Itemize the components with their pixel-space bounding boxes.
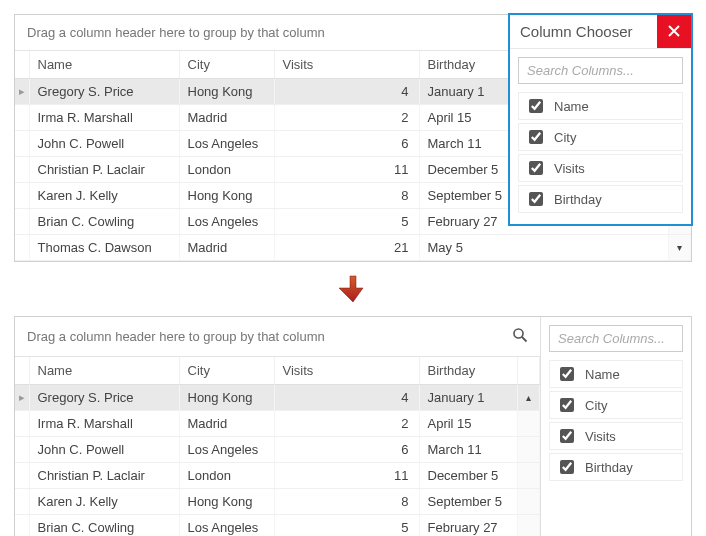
column-header-city[interactable]: City	[179, 51, 274, 79]
cell-birthday[interactable]: March 11	[419, 437, 518, 463]
cell-visits[interactable]: 8	[274, 489, 419, 515]
cell-city[interactable]: Hong Kong	[179, 79, 274, 105]
column-checkbox[interactable]	[560, 367, 574, 381]
cell-visits[interactable]: 11	[274, 157, 419, 183]
column-checkbox[interactable]	[529, 130, 543, 144]
column-checkbox[interactable]	[560, 429, 574, 443]
scroll-gutter[interactable]	[518, 385, 540, 411]
scroll-gutter[interactable]	[518, 437, 540, 463]
cell-birthday[interactable]: January 1	[419, 385, 518, 411]
cell-visits[interactable]: 2	[274, 411, 419, 437]
search-button[interactable]	[512, 327, 528, 346]
group-panel[interactable]: Drag a column header here to group by th…	[15, 317, 540, 357]
table-row[interactable]: Thomas C. DawsonMadrid21May 5	[15, 235, 691, 261]
table-row[interactable]: Karen J. KellyHong Kong8September 5	[15, 489, 540, 515]
cell-name[interactable]: John C. Powell	[29, 437, 179, 463]
cell-visits[interactable]: 4	[274, 385, 419, 411]
cell-name[interactable]: Irma R. Marshall	[29, 411, 179, 437]
cell-city[interactable]: Hong Kong	[179, 183, 274, 209]
table-row[interactable]: ▸Gregory S. PriceHong Kong4January 1	[15, 385, 540, 411]
cell-visits[interactable]: 5	[274, 515, 419, 537]
column-chooser-body: NameCityVisitsBirthday	[510, 49, 691, 224]
scroll-gutter[interactable]	[669, 235, 691, 261]
cell-birthday[interactable]: May 5	[419, 235, 669, 261]
column-chooser-item[interactable]: Birthday	[549, 453, 683, 481]
table-row[interactable]: Christian P. LaclairLondon11December 5	[15, 463, 540, 489]
cell-birthday[interactable]: September 5	[419, 489, 518, 515]
column-chooser-side-panel: NameCityVisitsBirthday	[541, 317, 691, 536]
column-chooser-item[interactable]: Name	[549, 360, 683, 388]
column-chooser-search-input[interactable]	[549, 325, 683, 352]
cell-name[interactable]: John C. Powell	[29, 131, 179, 157]
scroll-gutter[interactable]	[518, 463, 540, 489]
column-chooser-item[interactable]: Birthday	[518, 185, 683, 213]
cell-name[interactable]: Karen J. Kelly	[29, 489, 179, 515]
cell-city[interactable]: London	[179, 157, 274, 183]
table-row[interactable]: John C. PowellLos Angeles6March 11	[15, 437, 540, 463]
cell-birthday[interactable]: April 15	[419, 411, 518, 437]
cell-visits[interactable]: 6	[274, 131, 419, 157]
scroll-gutter[interactable]	[518, 515, 540, 537]
scroll-gutter[interactable]	[518, 411, 540, 437]
cell-name[interactable]: Gregory S. Price	[29, 79, 179, 105]
cell-visits[interactable]: 5	[274, 209, 419, 235]
column-header-name[interactable]: Name	[29, 51, 179, 79]
column-checkbox[interactable]	[529, 161, 543, 175]
table-row[interactable]: Brian C. CowlingLos Angeles5February 27	[15, 515, 540, 537]
column-header-city[interactable]: City	[179, 357, 274, 385]
cell-visits[interactable]: 8	[274, 183, 419, 209]
row-indicator	[15, 489, 29, 515]
column-checkbox[interactable]	[529, 192, 543, 206]
cell-city[interactable]: Los Angeles	[179, 209, 274, 235]
cell-name[interactable]: Karen J. Kelly	[29, 183, 179, 209]
column-chooser-list: NameCityVisitsBirthday	[518, 92, 683, 213]
column-header-visits[interactable]: Visits	[274, 357, 419, 385]
column-checkbox[interactable]	[529, 99, 543, 113]
cell-city[interactable]: Los Angeles	[179, 515, 274, 537]
cell-name[interactable]: Brian C. Cowling	[29, 209, 179, 235]
cell-city[interactable]: Hong Kong	[179, 489, 274, 515]
cell-visits[interactable]: 4	[274, 79, 419, 105]
cell-name[interactable]: Christian P. Laclair	[29, 157, 179, 183]
column-label: Name	[554, 99, 589, 114]
column-chooser-item[interactable]: City	[549, 391, 683, 419]
cell-birthday[interactable]: December 5	[419, 463, 518, 489]
cell-city[interactable]: Madrid	[179, 411, 274, 437]
cell-name[interactable]: Thomas C. Dawson	[29, 235, 179, 261]
column-chooser-item[interactable]: City	[518, 123, 683, 151]
cell-city[interactable]: London	[179, 463, 274, 489]
column-chooser-search-input[interactable]	[518, 57, 683, 84]
cell-name[interactable]: Gregory S. Price	[29, 385, 179, 411]
cell-city[interactable]: Madrid	[179, 235, 274, 261]
row-indicator	[15, 183, 29, 209]
cell-city[interactable]: Los Angeles	[179, 437, 274, 463]
cell-visits[interactable]: 11	[274, 463, 419, 489]
cell-city[interactable]: Hong Kong	[179, 385, 274, 411]
cell-birthday[interactable]: February 27	[419, 515, 518, 537]
column-chooser-item[interactable]: Name	[518, 92, 683, 120]
row-indicator	[15, 131, 29, 157]
column-checkbox[interactable]	[560, 460, 574, 474]
column-header-name[interactable]: Name	[29, 357, 179, 385]
column-checkbox[interactable]	[560, 398, 574, 412]
row-indicator	[15, 235, 29, 261]
column-chooser-item[interactable]: Visits	[518, 154, 683, 182]
cell-visits[interactable]: 21	[274, 235, 419, 261]
cell-visits[interactable]: 2	[274, 105, 419, 131]
close-button[interactable]	[657, 15, 691, 48]
column-label: Visits	[585, 429, 616, 444]
cell-name[interactable]: Brian C. Cowling	[29, 515, 179, 537]
cell-city[interactable]: Madrid	[179, 105, 274, 131]
row-indicator	[15, 411, 29, 437]
table-row[interactable]: Irma R. MarshallMadrid2April 15	[15, 411, 540, 437]
cell-name[interactable]: Christian P. Laclair	[29, 463, 179, 489]
cell-city[interactable]: Los Angeles	[179, 131, 274, 157]
column-header-visits[interactable]: Visits	[274, 51, 419, 79]
data-grid-top: Drag a column header here to group by th…	[14, 14, 692, 262]
cell-visits[interactable]: 6	[274, 437, 419, 463]
cell-name[interactable]: Irma R. Marshall	[29, 105, 179, 131]
column-chooser-popup: Column Chooser NameCityVisitsBirthday	[508, 13, 693, 226]
column-header-birthday[interactable]: Birthday	[419, 357, 518, 385]
scroll-gutter[interactable]	[518, 489, 540, 515]
column-chooser-item[interactable]: Visits	[549, 422, 683, 450]
